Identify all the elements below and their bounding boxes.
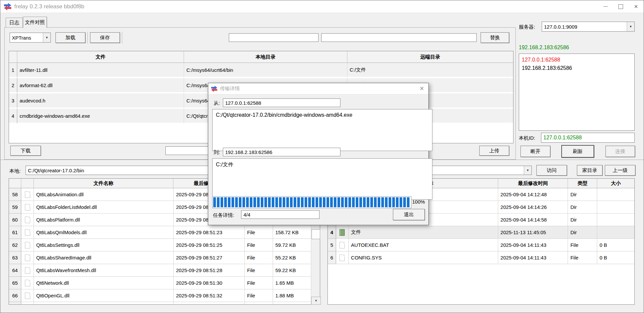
task-detail-input[interactable] [241,210,320,219]
table-row[interactable]: 64 Qt6LabsWavefrontMesh.dll 2025-09-29 0… [9,264,320,277]
dialog-title: 传输详情 [220,85,415,92]
table-row[interactable]: 62 Qt6LabsSettings.dll 2025-09-29 08:51:… [9,239,320,251]
close-button[interactable]: ✕ [628,0,644,13]
to-input[interactable] [223,148,340,156]
cell-size: 1.65 MB [273,277,311,289]
table-row[interactable]: 4 文件 2025-11-13 11:45:05 Dir [328,226,634,239]
profile-combobox[interactable]: XPTrans ▼ [10,33,51,43]
column-header-size[interactable]: 大小 [597,179,634,188]
upload-button[interactable]: 上传 [479,146,509,156]
exit-button[interactable]: 退出 [393,209,425,220]
server-combobox[interactable]: 127.0.0.1:9009 ▼ [542,22,635,32]
minimize-icon [603,6,608,7]
toolbar-separator [87,32,88,44]
row-number: 6 [328,251,336,264]
row-number: 4 [328,226,336,239]
list-item[interactable]: 127.0.0.1:62588 [522,56,632,64]
compare-table-header: 文件 本地目录 远端目录 [9,51,513,63]
cell-local-dir: C:/msys64/ucrt64/bin [184,63,347,78]
cell-size: 1.88 MB [273,289,311,302]
local-id-field: 127.0.0.1:62588 [541,133,635,143]
server-combobox-value: 127.0.0.1:9009 [542,24,627,30]
app-logo-transfer-arrows-icon [211,85,218,92]
column-header-name[interactable]: 文件名称 [34,179,173,188]
tab-separator [47,17,47,28]
row-number: 64 [9,264,21,277]
tab-log[interactable]: 日志 [6,18,23,28]
file-icon [25,229,30,236]
cell-size [597,201,634,214]
toolbar-separator [122,32,122,44]
save-button[interactable]: 保存 [90,32,120,43]
cell-size: 59.22 KB [273,264,311,277]
table-row[interactable]: 65 Qt6Network.dll 2025-09-29 08:51:30 Fi… [9,277,320,289]
cell-icon [336,226,349,239]
cell-size: 59.72 KB [273,239,311,251]
table-row[interactable]: 6 CONFIG.SYS 2025-09-04 14:11:43 File 0 … [328,251,634,264]
cell-name: Qt6LabsQmlModels.dll [34,226,174,239]
row-number: 63 [9,251,21,264]
local-path-label: 本地: [9,168,21,174]
cell-icon [21,214,34,226]
cell-mtime: 2025-09-29 08:51:23 [174,226,245,239]
table-row[interactable]: 1 avfilter-11.dll C:/msys64/ucrt64/bin C… [9,63,513,78]
cell-mtime: 2025-09-04 14:11:43 [498,251,568,264]
download-button[interactable]: 下载 [10,146,41,156]
cell-name: Qt6LabsPlatform.dll [34,214,174,226]
cell-icon [21,201,34,214]
cell-name: Qt6Network.dll [34,277,174,289]
minimize-button[interactable] [598,0,613,13]
titlebar: frelay 0.2.3 release bbd0f8b ✕ [0,0,644,13]
search-input[interactable] [229,33,319,42]
refresh-button[interactable]: 刷新 [561,145,594,158]
close-icon: ✕ [634,4,638,10]
cell-icon [21,264,34,277]
cell-type: Dir [568,214,597,226]
source-path-area[interactable]: C:/Qt/qtcreator-17.0.2/bin/cmdbridge-win… [212,109,432,151]
replace-input[interactable] [321,33,477,42]
scrollbar-thumb[interactable] [312,229,320,239]
maximize-button[interactable] [613,0,628,13]
file-icon [25,204,30,211]
cell-type: File [245,251,273,264]
column-header-type[interactable]: 类型 [568,179,597,188]
icon-header-cell [21,179,34,188]
cell-type: Dir [568,188,597,201]
column-header-mtime[interactable]: 最后修改时间 [498,179,568,188]
up-level-button[interactable]: 上一级 [605,165,635,176]
cell-mtime: 2025-09-29 08:51:28 [174,264,245,277]
cell-type: File [568,239,597,251]
task-detail-label: 任务详情: [213,212,234,219]
connect-button[interactable]: 连接 [605,146,635,157]
cell-size: 0 B [597,239,634,251]
scroll-down-icon[interactable]: ▼ [311,297,321,305]
table-row[interactable]: 5 AUTOEXEC.BAT 2025-09-04 14:11:43 File … [328,239,634,251]
load-button[interactable]: 加载 [55,32,85,43]
file-icon [25,191,30,198]
chevron-down-icon: ▼ [43,33,50,42]
row-number: 2 [9,78,17,93]
row-number: 66 [9,289,21,302]
dest-path-area[interactable]: C:/文件 [212,158,432,200]
replace-button[interactable]: 替换 [481,32,509,43]
list-item[interactable]: 192.168.2.183:62586 [522,64,632,72]
tab-file-compare[interactable]: 文件对照 [23,17,47,28]
home-dir-button[interactable]: 家目录 [577,165,602,176]
cell-size [597,214,634,226]
column-header-remote-dir[interactable]: 远端目录 [347,51,513,63]
from-input[interactable] [223,98,340,107]
dialog-close-icon[interactable]: ✕ [415,85,428,92]
disconnect-button[interactable]: 断开 [520,146,550,157]
table-row[interactable]: 63 Qt6LabsSharedImage.dll 2025-09-29 08:… [9,251,320,264]
column-header-local-dir[interactable]: 本地目录 [184,51,347,63]
visit-button[interactable]: 访问 [536,165,567,176]
client-listbox[interactable]: 127.0.0.1:62588 192.168.2.183:62586 [519,54,635,131]
file-icon [25,292,30,299]
table-row[interactable]: 66 Qt6OpenGL.dll 2025-09-29 08:51:32 Fil… [9,289,320,302]
chevron-down-icon: ▼ [524,166,531,175]
cell-mtime: 2025-09-04 14:14:26 [498,201,568,214]
cell-name: Qt6LabsWavefrontMesh.dll [34,264,174,277]
cell-icon [336,251,349,264]
column-header-file[interactable]: 文件 [17,51,184,63]
table-row[interactable]: 61 Qt6LabsQmlModels.dll 2025-09-29 08:51… [9,226,320,239]
